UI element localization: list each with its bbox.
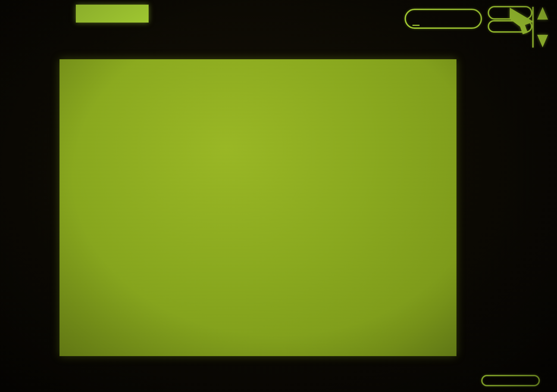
analyzer-crt-screen xyxy=(0,0,557,392)
plot-grid-and-curve xyxy=(60,59,456,356)
hardcopy-button[interactable] xyxy=(481,375,540,386)
plot-area xyxy=(60,59,456,356)
alt-freq-label xyxy=(412,12,420,26)
up-arrow-icon[interactable] xyxy=(537,7,548,20)
di-arrows xyxy=(536,7,549,48)
softkey-rail xyxy=(483,44,557,378)
header-separator xyxy=(532,7,534,48)
alt-freq-button[interactable] xyxy=(405,9,482,29)
waveform-value-field[interactable] xyxy=(76,5,149,23)
